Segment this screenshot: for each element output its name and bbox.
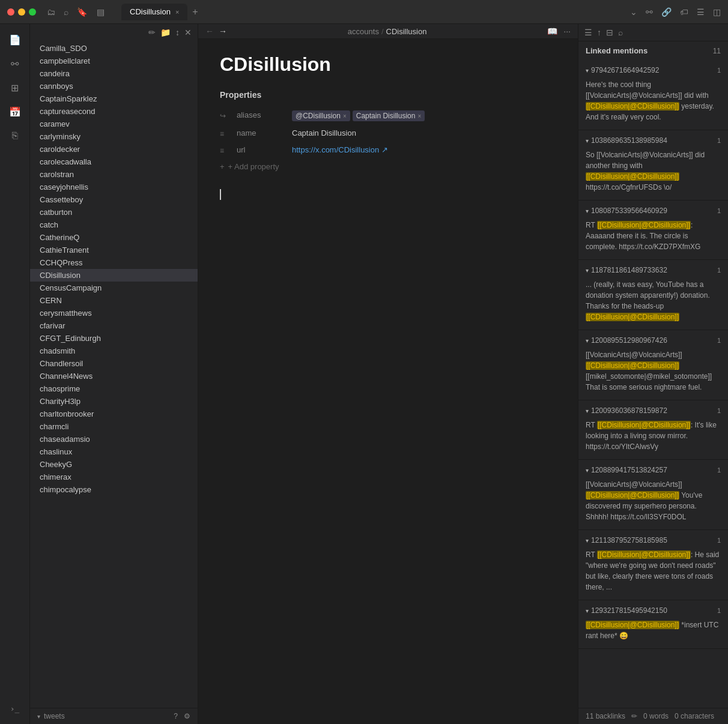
collapse-icon[interactable]: ✕ [184, 28, 192, 37]
file-item-cassetteboy[interactable]: Cassetteboy [30, 193, 198, 206]
mention-header-5[interactable]: ▾ 1200895512980967426 1 [578, 334, 728, 347]
sidebar-item-blocks[interactable]: ⊞ [4, 77, 26, 98]
sort-icon[interactable]: ↕ [175, 28, 180, 37]
chrome-left-icons: 🗂 ⌕ 🔖 [47, 7, 87, 17]
edit-icon[interactable]: ✏ [631, 712, 637, 720]
alias-remove-1[interactable]: × [343, 113, 347, 119]
file-item-carolstran[interactable]: carolstran [30, 168, 198, 181]
tab-label: CDisillusion [130, 7, 171, 16]
file-item-censuscampaign[interactable]: CensusCampaign [30, 282, 198, 294]
nav-forward-button[interactable]: → [219, 26, 227, 36]
bookmark-icon[interactable]: 🔖 [77, 7, 87, 17]
copy-icon: ⎘ [12, 130, 18, 141]
nav-back-button[interactable]: ← [205, 26, 214, 36]
link-icon[interactable]: 🔗 [661, 7, 672, 17]
file-item-candeira[interactable]: candeira [30, 67, 198, 80]
sidebar-item-files[interactable]: 📄 [4, 29, 26, 50]
graph-icon[interactable]: ⚯ [646, 7, 653, 17]
file-item-charltonbrooker[interactable]: charltonbrooker [30, 408, 198, 420]
sidebar-item-graph[interactable]: ⚯ [4, 53, 26, 74]
file-item-channel4news[interactable]: Channel4News [30, 370, 198, 382]
file-item-cerysmatthews[interactable]: cerysmatthews [30, 307, 198, 319]
mention-header-1[interactable]: ▾ 97942671664942592 1 [578, 64, 728, 77]
terminal-icon: ›_ [10, 704, 20, 713]
file-item-chaseadamsio[interactable]: chaseadamsio [30, 433, 198, 445]
alias-tag-1[interactable]: @CDisillusion × [292, 110, 350, 121]
file-item-catherineq[interactable]: CatherineQ [30, 231, 198, 244]
panel-icon[interactable]: ◫ [713, 7, 721, 17]
rp-filter-icon[interactable]: ⊟ [606, 28, 613, 37]
mention-header-2[interactable]: ▾ 1038689635138985984 1 [578, 134, 728, 147]
mention-header-9[interactable]: ▾ 1293217815495942150 1 [578, 604, 728, 617]
file-item-charmcli[interactable]: charmcli [30, 420, 198, 433]
file-item-cchqpress[interactable]: CCHQPress [30, 256, 198, 269]
file-item-catch[interactable]: catch [30, 219, 198, 231]
sidebar-icon[interactable]: ▤ [97, 7, 105, 17]
new-file-icon[interactable]: ✏ [148, 28, 156, 37]
mention-header-4[interactable]: ▾ 1187811861489733632 1 [578, 264, 728, 277]
mention-header-8[interactable]: ▾ 1211387952758185985 1 [578, 534, 728, 547]
tab-cdisillusion[interactable]: CDisillusion × [121, 4, 187, 20]
mention-header-3[interactable]: ▾ 1080875339566460929 1 [578, 204, 728, 217]
url-link[interactable]: https://x.com/CDisillusion ↗ [292, 145, 388, 154]
tab-close-icon[interactable]: × [175, 8, 179, 16]
rp-search-icon[interactable]: ⌕ [618, 28, 623, 37]
file-item-captainsparklez[interactable]: CaptainSparklez [30, 92, 198, 105]
file-item-chadsmith[interactable]: chadsmith [30, 345, 198, 357]
sidebar-toggle[interactable]: ▤ [97, 7, 105, 17]
file-item-carolecadwalla[interactable]: carolecadwalla [30, 155, 198, 168]
sidebar-item-copy[interactable]: ⎘ [4, 125, 26, 146]
reading-mode-icon[interactable]: 📖 [547, 26, 557, 36]
file-item-chimerax[interactable]: chimerax [30, 471, 198, 483]
file-item-caroldecker[interactable]: caroldecker [30, 143, 198, 155]
file-item-carlyminsky[interactable]: carlyminsky [30, 130, 198, 143]
close-button[interactable] [7, 8, 14, 16]
minimize-button[interactable] [18, 8, 25, 16]
add-property-button[interactable]: + + Add property [220, 158, 556, 175]
tab-dropdown-icon[interactable]: ⌄ [630, 7, 637, 17]
file-item-catburton[interactable]: catburton [30, 206, 198, 219]
breadcrumb-parent[interactable]: accounts [348, 27, 379, 36]
mention-header-6[interactable]: ▾ 1200936036878159872 1 [578, 404, 728, 417]
file-item-campbellclaret[interactable]: campbellclaret [30, 55, 198, 67]
editor-content[interactable]: CDisillusion Properties ↪ aliases @CDisi… [198, 39, 578, 724]
file-item-chandlersoil[interactable]: Chandlersoil [30, 357, 198, 370]
file-item-cathietranent[interactable]: CathieTranent [30, 244, 198, 256]
file-item-chaosprime[interactable]: chaosprime [30, 382, 198, 395]
tag-icon[interactable]: 🏷 [680, 7, 688, 17]
file-item-charityh3lp[interactable]: CharityH3lp [30, 395, 198, 408]
sidebar-footer[interactable]: ▾ tweets ? ⚙ [30, 708, 198, 724]
chevron-down-icon-2: ▾ [586, 137, 589, 144]
search-icon[interactable]: ⌕ [64, 7, 68, 17]
file-item-caramev[interactable]: caramev [30, 118, 198, 130]
file-item-chimpocalypse[interactable]: chimpocalypse [30, 483, 198, 496]
mention-body-6: RT [[CDisillusion|@CDisillusion]]: It's … [578, 417, 728, 456]
tab-add-button[interactable]: + [192, 7, 198, 17]
file-item-chaslinux[interactable]: chaslinux [30, 445, 198, 458]
alias-remove-2[interactable]: × [417, 113, 421, 119]
mention-header-7[interactable]: ▾ 1208899417513824257 1 [578, 463, 728, 477]
editor-cursor-line[interactable] [220, 184, 556, 207]
file-item-cheekyg[interactable]: CheekyG [30, 458, 198, 471]
settings-icon[interactable]: ⚙ [184, 712, 190, 720]
maximize-button[interactable] [29, 8, 36, 16]
file-item-camilla-sdo[interactable]: Camilla_SDO [30, 42, 198, 55]
file-item-cfgt-edinburgh[interactable]: CFGT_Edinburgh [30, 332, 198, 345]
sidebar-item-calendar[interactable]: 📅 [4, 101, 26, 122]
rp-sort-icon[interactable]: ↑ [597, 28, 601, 37]
help-icon[interactable]: ? [174, 712, 178, 720]
file-item-caseyjohnellis[interactable]: caseyjohnellis [30, 181, 198, 193]
more-options-icon[interactable]: ··· [563, 26, 571, 36]
file-item-cfarivar[interactable]: cfarivar [30, 319, 198, 332]
list-icon[interactable]: ☰ [697, 7, 705, 17]
file-item-cannboys[interactable]: cannboys [30, 80, 198, 92]
sidebar-item-terminal[interactable]: ›_ [4, 698, 26, 719]
file-item-captureasecond[interactable]: captureasecond [30, 105, 198, 118]
new-folder-icon[interactable]: 📁 [160, 28, 171, 37]
file-item-cdisillusion[interactable]: CDisillusion [30, 269, 198, 282]
file-item-cern[interactable]: CERN [30, 294, 198, 307]
folder-icon[interactable]: 🗂 [47, 7, 55, 17]
mention-id-5: ▾ 1200895512980967426 [586, 336, 667, 345]
alias-tag-2[interactable]: Captain Disillusion × [353, 110, 425, 121]
rp-list-icon[interactable]: ☰ [584, 28, 592, 37]
